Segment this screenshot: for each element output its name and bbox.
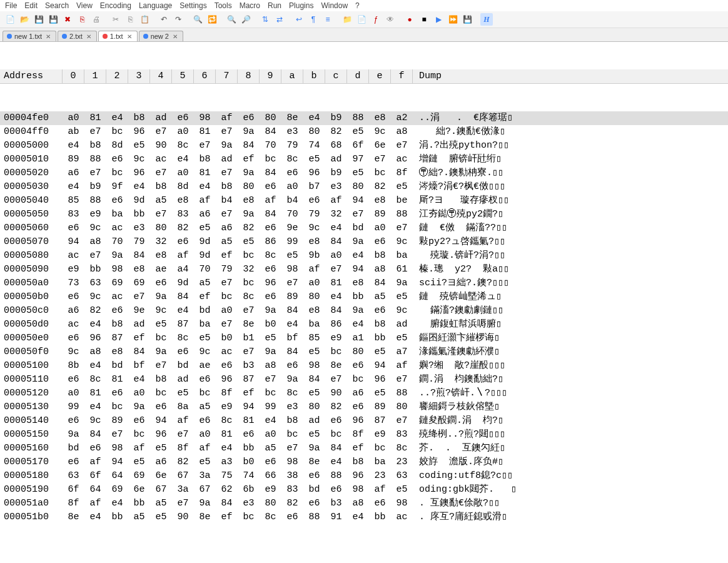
hex-row[interactable]: 00005120a081e6a0bce5bc8fefbc8ce590a6e588… (0, 387, 728, 400)
byte-cell[interactable]: a1 (347, 332, 369, 345)
byte-cell[interactable]: 81 (216, 428, 238, 442)
hex-row[interactable]: 00005030e4b99fe4b88de4b880e6a0b7e38082e5… (0, 180, 728, 194)
byte-cell[interactable]: e6 (106, 387, 128, 400)
byte-cell[interactable]: 74 (303, 139, 325, 153)
byte-cell[interactable]: e5 (150, 442, 172, 455)
byte-cell[interactable]: 9a (347, 304, 369, 318)
menu-edit[interactable]: Edit (24, 1, 38, 10)
byte-cell[interactable]: 8f (63, 497, 84, 510)
byte-cell[interactable]: 6e (128, 483, 150, 497)
byte-cell[interactable]: e6 (63, 455, 84, 469)
wordwrap-icon[interactable]: ↩ (293, 13, 305, 26)
byte-cell[interactable]: 89 (63, 153, 84, 166)
byte-cell[interactable]: e6 (106, 304, 128, 318)
byte-cell[interactable]: a8 (391, 125, 413, 139)
byte-cell[interactable]: 80 (260, 497, 281, 510)
byte-cell[interactable]: e7 (216, 208, 238, 221)
byte-cell[interactable]: e7 (347, 208, 369, 221)
byte-cell[interactable]: 91 (325, 510, 347, 524)
byte-cell[interactable]: af (325, 194, 347, 208)
byte-cell[interactable]: e4 (106, 111, 128, 125)
byte-cell[interactable]: a0 (172, 125, 194, 139)
byte-cell[interactable]: b8 (369, 249, 391, 263)
byte-cell[interactable]: ba (391, 249, 413, 263)
byte-cell[interactable]: 8c (172, 139, 194, 153)
byte-cell[interactable]: af (260, 194, 281, 208)
byte-cell[interactable]: e7 (391, 414, 413, 428)
menu-run[interactable]: Run (268, 1, 281, 10)
byte-cell[interactable]: e4 (172, 304, 194, 318)
byte-cell[interactable]: e5 (303, 428, 325, 442)
byte-cell[interactable]: 88 (325, 469, 347, 483)
open-icon[interactable]: 📂 (18, 13, 31, 26)
byte-cell[interactable]: ef (194, 290, 216, 304)
byte-cell[interactable]: 94 (347, 263, 369, 276)
byte-cell[interactable]: b8 (281, 414, 303, 428)
hex-row[interactable]: 0000507094a8707932e69da5e58699e8849ae69c… (0, 235, 728, 249)
play-icon[interactable]: ▶ (432, 13, 445, 26)
byte-cell[interactable]: b4 (216, 194, 238, 208)
byte-cell[interactable]: b4 (281, 194, 303, 208)
hex-row[interactable]: 00005020a6e7bc96e7a081e79a84e696b9e5bc8f… (0, 166, 728, 180)
byte-cell[interactable]: 9d (128, 194, 150, 208)
byte-cell[interactable]: 9a (238, 208, 260, 221)
byte-cell[interactable]: a6 (150, 455, 172, 469)
byte-cell[interactable]: bc (106, 125, 128, 139)
hex-row[interactable]: 000051a08fafe4bba5e79a84e38082e6b3a8e698… (0, 497, 728, 510)
byte-cell[interactable]: e6 (194, 414, 216, 428)
menu-help[interactable]: ? (355, 1, 360, 10)
byte-cell[interactable]: 96 (347, 469, 369, 483)
zoom-out-icon[interactable]: 🔎 (240, 13, 252, 26)
byte-cell[interactable]: 8c (391, 442, 413, 455)
byte-cell[interactable]: b8 (369, 318, 391, 332)
byte-cell[interactable]: a0 (172, 166, 194, 180)
byte-cell[interactable]: e6 (150, 400, 172, 414)
byte-cell[interactable]: e5 (391, 483, 413, 497)
byte-cell[interactable]: e7 (150, 166, 172, 180)
byte-cell[interactable]: 80 (238, 180, 260, 194)
byte-cell[interactable]: af (391, 359, 413, 373)
byte-cell[interactable]: 98 (194, 111, 216, 125)
byte-cell[interactable]: 96 (369, 373, 391, 387)
hex-row[interactable]: 00005080ace79a84e8af9defbc8ce59ba0e4b8ba… (0, 249, 728, 263)
byte-cell[interactable]: e4 (172, 153, 194, 166)
byte-cell[interactable]: e4 (347, 249, 369, 263)
byte-cell[interactable]: a6 (63, 166, 84, 180)
hex-row[interactable]: 00005170e6af94e5a682e5a3b0e6988ee4b8ba23… (0, 455, 728, 469)
byte-cell[interactable]: 9c (84, 221, 106, 235)
byte-cell[interactable]: bb (128, 497, 150, 510)
byte-cell[interactable]: 99 (281, 235, 303, 249)
byte-cell[interactable]: ac (150, 153, 172, 166)
byte-cell[interactable]: a5 (369, 290, 391, 304)
byte-cell[interactable]: ab (63, 125, 84, 139)
byte-cell[interactable]: 88 (303, 510, 325, 524)
byte-cell[interactable]: e5 (194, 332, 216, 345)
byte-cell[interactable]: 88 (391, 387, 413, 400)
tab-close-icon[interactable]: ✕ (46, 33, 51, 40)
byte-cell[interactable]: 81 (106, 373, 128, 387)
byte-cell[interactable]: e6 (260, 221, 281, 235)
copy-icon[interactable]: ⎘ (124, 13, 136, 26)
byte-cell[interactable]: e6 (172, 345, 194, 359)
byte-cell[interactable]: b8 (128, 111, 150, 125)
byte-cell[interactable]: e7 (84, 166, 106, 180)
byte-cell[interactable]: 80 (260, 111, 281, 125)
byte-cell[interactable]: af (172, 249, 194, 263)
hex-row[interactable]: 000051906f64696e673a67626be983bde698afe5… (0, 483, 728, 497)
hex-row[interactable]: 00005000e4b88de5908ce79a84707974686f6ee7… (0, 139, 728, 153)
save-macro-icon[interactable]: 💾 (461, 13, 473, 26)
byte-cell[interactable]: e4 (63, 180, 84, 194)
byte-cell[interactable]: ad (303, 414, 325, 428)
byte-cell[interactable]: ba (194, 318, 216, 332)
byte-cell[interactable]: 9a (260, 304, 281, 318)
byte-cell[interactable]: 96 (216, 373, 238, 387)
byte-cell[interactable]: 9a (128, 400, 150, 414)
hex-row[interactable]: 0000513099e4bc9ae68aa5e99499e38082e68980… (0, 400, 728, 414)
byte-cell[interactable]: 9c (391, 304, 413, 318)
show-all-icon[interactable]: ¶ (307, 13, 320, 26)
byte-cell[interactable]: b0 (260, 318, 281, 332)
byte-cell[interactable]: 8d (106, 139, 128, 153)
byte-cell[interactable]: bb (347, 290, 369, 304)
byte-cell[interactable]: e5 (303, 153, 325, 166)
byte-cell[interactable]: 98 (347, 483, 369, 497)
